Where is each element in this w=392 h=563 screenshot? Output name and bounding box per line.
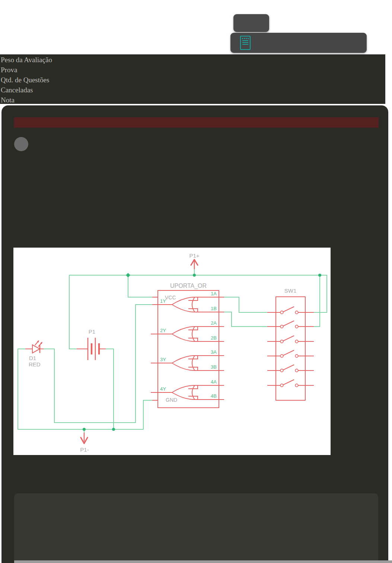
ic-pin-4b: 4B xyxy=(211,393,217,399)
p1-plus-label: P1+ xyxy=(189,252,199,259)
ic-pin-3a: 3A xyxy=(211,349,217,355)
ic-pin-1b: 1B xyxy=(211,306,217,311)
ic-uporta-or: UPORTA_OR VCC GND xyxy=(151,283,224,408)
ic-pin-1y: 1Y xyxy=(160,298,166,304)
ic-pin-1a: 1A xyxy=(211,291,217,296)
dip-switch-sw1: SW1 xyxy=(267,287,314,400)
ic-pin-2a: 2A xyxy=(211,320,217,326)
ic-pin-2y: 2Y xyxy=(160,328,166,333)
ic-pin-3b: 3B xyxy=(211,364,217,370)
header-band: Peso da Avaliação Prova Qtd. de Questões… xyxy=(0,54,385,104)
header-field-canceladas: Canceladas xyxy=(1,85,385,95)
exam-document-icon[interactable] xyxy=(240,36,251,50)
battery-p1: P1 xyxy=(77,328,106,360)
battery-label: P1 xyxy=(89,328,95,335)
document-icon-line xyxy=(242,44,248,45)
document-icon-line xyxy=(242,40,248,41)
ic-name-label: UPORTA_OR xyxy=(170,283,207,289)
header-field-nota: Nota xyxy=(1,95,385,105)
document-icon-dots xyxy=(241,38,250,39)
led-value-label: RED xyxy=(29,361,41,368)
p1-plus-flag: P1+ xyxy=(189,252,199,269)
ic-vcc-label: VCC xyxy=(165,295,176,300)
ic-pin-3y: 3Y xyxy=(160,357,166,362)
ic-pin-4y: 4Y xyxy=(160,386,166,392)
switch-pole-4 xyxy=(267,350,314,357)
ic-pin-2b: 2B xyxy=(211,335,217,341)
switch-pole-3 xyxy=(267,336,314,343)
popup-tab[interactable] xyxy=(233,14,269,32)
answer-box[interactable] xyxy=(14,493,378,563)
led-d1: D1 RED xyxy=(25,340,44,368)
document-icon-line xyxy=(242,42,248,43)
p1-minus-label: P1- xyxy=(80,446,89,453)
question-title-bar xyxy=(14,117,379,128)
p1-minus-flag: P1- xyxy=(80,433,89,453)
switch-name-label: SW1 xyxy=(284,287,297,294)
switch-pole-5 xyxy=(267,365,314,372)
circuit-schematic: P1+ P1- P1 xyxy=(13,248,331,455)
switch-pole-6 xyxy=(267,380,314,387)
ic-pin-4a: 4A xyxy=(211,379,217,385)
avatar xyxy=(14,137,28,151)
header-field-prova: Prova xyxy=(1,65,385,75)
led-ref-label: D1 xyxy=(29,355,36,361)
header-field-peso: Peso da Avaliação xyxy=(1,55,385,65)
wires xyxy=(18,269,327,433)
ic-gnd-label: GND xyxy=(166,397,177,403)
switch-pole-2 xyxy=(267,321,314,328)
switch-pole-1 xyxy=(267,307,314,314)
horizontal-scrollbar[interactable] xyxy=(14,560,392,563)
toolbar xyxy=(230,33,367,53)
header-field-qtd-questoes: Qtd. de Questões xyxy=(1,75,385,85)
question-card: P1+ P1- P1 xyxy=(1,105,388,563)
schematic-image: P1+ P1- P1 xyxy=(13,248,331,455)
